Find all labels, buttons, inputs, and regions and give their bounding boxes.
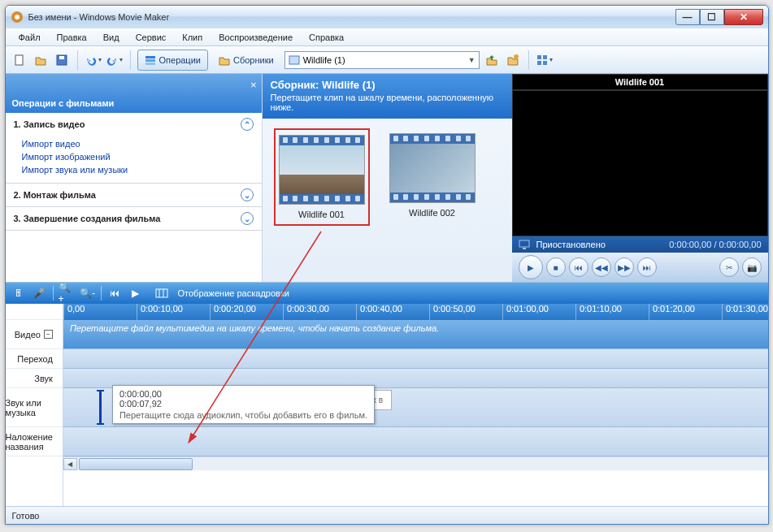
tasks-header: Операции с фильмами × (6, 74, 262, 113)
svg-rect-4 (59, 56, 64, 59)
app-icon (11, 11, 24, 24)
collection-icon (289, 54, 300, 66)
status-text: Готово (12, 511, 40, 521)
view-button[interactable] (536, 51, 554, 69)
scroll-left-button[interactable]: ◀ (63, 458, 77, 470)
playhead-marker[interactable] (99, 390, 102, 425)
expand-track-icon[interactable]: − (44, 330, 53, 339)
menu-clip[interactable]: Клип (176, 31, 209, 44)
play-timeline-button[interactable]: ▶ (128, 285, 144, 301)
toolbar: Операции Сборники Wildlife (1) ▼ (6, 46, 768, 74)
narrate-button[interactable]: 🎤 (32, 285, 48, 301)
zoom-in-button[interactable]: 🔍+ (59, 285, 75, 301)
menu-view[interactable]: Вид (97, 31, 126, 44)
step-fwd-button[interactable]: ▶▶ (614, 257, 634, 277)
collection-combo[interactable]: Wildlife (1) ▼ (284, 51, 480, 69)
redo-button[interactable] (106, 51, 124, 69)
preview-status-bar: Приостановлено 0:00:00,00 / 0:00:00,00 (512, 236, 768, 253)
svg-rect-7 (145, 63, 155, 65)
svg-rect-11 (543, 55, 547, 59)
menu-edit[interactable]: Правка (50, 31, 93, 44)
preview-panel: Wildlife 001 Приостановлено 0:00:00,00 /… (512, 74, 768, 282)
preview-controls: ▶ ■ ⏮ ◀◀ ▶▶ ⏭ ✂ 📷 (512, 253, 768, 282)
close-button[interactable]: ✕ (724, 9, 763, 25)
undo-button[interactable] (85, 51, 102, 69)
track-label-transition: Переход (6, 349, 63, 369)
menu-help[interactable]: Справка (302, 31, 350, 44)
task-link-import-images[interactable]: Импорт изображений (22, 150, 254, 163)
task-link-import-audio[interactable]: Импорт звука или музыки (22, 163, 254, 176)
preview-title: Wildlife 001 (512, 74, 768, 90)
track-label-audio-music: Звук или музыка (6, 388, 63, 427)
split-button[interactable]: ✂ (719, 257, 739, 277)
statusbar: Готово (6, 506, 768, 524)
rewind-button[interactable]: ⏮ (106, 285, 123, 301)
tasks-panel: Операции с фильмами × 1. Запись видео ⌃ … (6, 74, 263, 282)
svg-rect-8 (289, 56, 299, 64)
new-folder-button[interactable] (504, 51, 522, 69)
minimize-button[interactable]: — (675, 9, 700, 25)
collections-button[interactable]: Сборники (211, 50, 281, 71)
menu-file[interactable]: Файл (12, 31, 47, 44)
expand-icon: ⌄ (241, 212, 254, 225)
timeline-view-label[interactable]: Отображение раскадровки (178, 288, 289, 298)
svg-rect-10 (537, 55, 541, 59)
svg-rect-13 (543, 61, 547, 65)
menu-tools[interactable]: Сервис (129, 31, 173, 44)
scroll-thumb[interactable] (79, 458, 193, 470)
svg-rect-14 (519, 240, 529, 247)
next-button[interactable]: ⏭ (637, 257, 657, 277)
menu-play[interactable]: Воспроизведение (212, 31, 299, 44)
save-button[interactable] (53, 51, 71, 69)
track-label-video: Видео− (6, 320, 63, 349)
clip-label: Wildlife 002 (409, 208, 455, 218)
svg-rect-12 (537, 61, 541, 65)
folder-icon (219, 54, 230, 66)
stop-button[interactable]: ■ (546, 257, 566, 277)
svg-rect-6 (145, 59, 155, 62)
window-title: Без имени - Windows Movie Maker (28, 12, 675, 22)
timeline-tooltip: 0:00:00,00 0:00:07,92 Перетащите сюда ау… (112, 385, 375, 424)
tasks-title: Операции с фильмами (12, 98, 115, 108)
collection-title: Сборник: Wildlife (1) (271, 79, 504, 91)
collections-label: Сборники (233, 55, 274, 65)
clip-thumb[interactable]: Wildlife 002 (384, 128, 480, 226)
preview-screen[interactable] (512, 90, 768, 236)
prev-button[interactable]: ⏮ (569, 257, 588, 277)
tasks-close-icon[interactable]: × (250, 79, 257, 91)
title-track[interactable] (63, 427, 768, 456)
zoom-out-button[interactable]: 🔍- (80, 285, 96, 301)
task-group-1[interactable]: 1. Запись видео ⌃ (6, 113, 262, 136)
timeline-ruler[interactable]: 0,000:00:10,000:00:20,000:00:30,000:00:4… (63, 304, 768, 320)
track-label-audio: Звук (6, 369, 63, 388)
chevron-down-icon: ▼ (468, 56, 476, 64)
video-track[interactable]: Перетащите файл мультимедиа на шкалу вре… (63, 320, 768, 349)
play-button[interactable]: ▶ (519, 255, 543, 279)
timeline-toolbar: 🎚 🎤 🔍+ 🔍- ⏮ ▶ Отображение раскадровки (6, 283, 768, 304)
tasks-icon (145, 54, 156, 66)
new-button[interactable] (11, 51, 28, 69)
task-link-import-video[interactable]: Импорт видео (22, 137, 254, 150)
audio-levels-button[interactable]: 🎚 (11, 285, 27, 301)
preview-time: 0:00:00,00 / 0:00:00,00 (669, 240, 761, 249)
task-group-3[interactable]: 3. Завершение создания фильма ⌄ (6, 207, 262, 230)
collapse-icon: ⌃ (241, 118, 254, 131)
menubar: Файл Правка Вид Сервис Клип Воспроизведе… (6, 28, 768, 46)
snapshot-button[interactable]: 📷 (742, 257, 762, 277)
clip-label: Wildlife 001 (298, 210, 345, 219)
clip-thumb[interactable]: Wildlife 001 (274, 128, 370, 226)
open-button[interactable] (32, 51, 50, 69)
track-label-title: Наложение названия (6, 427, 63, 456)
up-level-button[interactable] (483, 51, 501, 69)
expand-icon: ⌄ (241, 188, 254, 201)
timeline-panel: 🎚 🎤 🔍+ 🔍- ⏮ ▶ Отображение раскадровки Ви… (6, 283, 768, 506)
tasks-button[interactable]: Операции (137, 50, 208, 71)
task-group-2[interactable]: 2. Монтаж фильма ⌄ (6, 184, 262, 206)
step-back-button[interactable]: ◀◀ (592, 257, 611, 277)
timeline-scrollbar[interactable]: ◀ ▶ (63, 456, 768, 470)
audio-music-track[interactable]: 0:00:00,00 0:00:07,92 Перетащите сюда ау… (63, 388, 768, 427)
titlebar: Без имени - Windows Movie Maker — ☐ ✕ (6, 6, 768, 28)
svg-rect-5 (145, 56, 155, 58)
maximize-button[interactable]: ☐ (700, 9, 724, 25)
transition-track[interactable] (63, 349, 768, 369)
